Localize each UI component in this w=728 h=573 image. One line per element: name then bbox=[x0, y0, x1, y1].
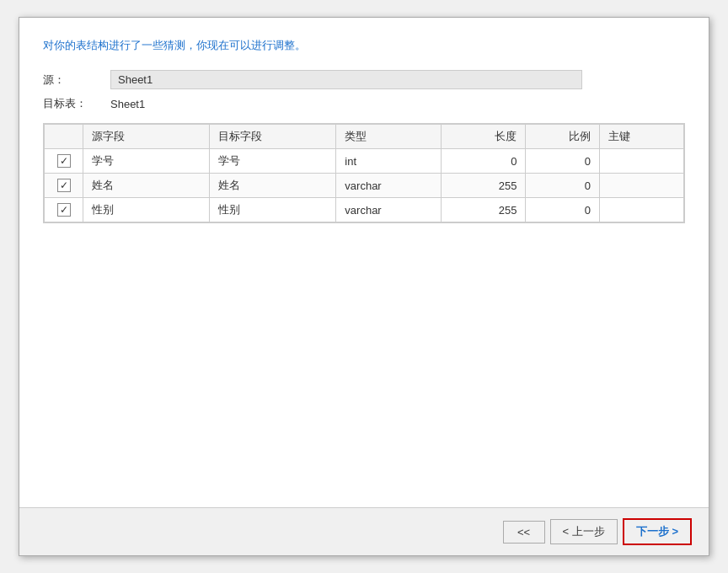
row-scale: 0 bbox=[526, 198, 600, 222]
row-length: 255 bbox=[442, 174, 526, 198]
target-value: Sheet1 bbox=[110, 98, 145, 110]
source-label: 源： bbox=[43, 72, 110, 88]
hint-text: 对你的表结构进行了一些猜测，你现在可以进行调整。 bbox=[43, 38, 685, 53]
table-row: 性别性别varchar2550 bbox=[45, 198, 684, 222]
table-body: 学号学号int00姓名姓名varchar2550性别性别varchar2550 bbox=[45, 149, 684, 222]
row-pk bbox=[599, 198, 683, 222]
header-dst-field: 目标字段 bbox=[210, 125, 336, 149]
row-type: varchar bbox=[336, 198, 442, 222]
row-src-field: 性别 bbox=[83, 198, 210, 222]
table-row: 学号学号int00 bbox=[45, 149, 684, 174]
row-dst-field: 姓名 bbox=[210, 174, 336, 198]
row-checkbox-cell[interactable] bbox=[45, 149, 83, 174]
checkbox-icon[interactable] bbox=[57, 154, 71, 168]
row-src-field: 姓名 bbox=[83, 174, 210, 198]
row-type: varchar bbox=[336, 174, 442, 198]
back-back-button[interactable]: << bbox=[503, 521, 545, 544]
next-button[interactable]: 下一步 > bbox=[623, 518, 692, 545]
row-dst-field: 性别 bbox=[210, 198, 336, 222]
row-checkbox-cell[interactable] bbox=[45, 198, 83, 222]
row-type: int bbox=[336, 149, 442, 174]
header-pk: 主键 bbox=[599, 125, 683, 149]
table-row: 姓名姓名varchar2550 bbox=[45, 174, 684, 198]
row-scale: 0 bbox=[526, 149, 600, 174]
row-pk bbox=[599, 174, 683, 198]
dialog-content: 对你的表结构进行了一些猜测，你现在可以进行调整。 源： Sheet1 目标表： … bbox=[19, 18, 709, 507]
target-row: 目标表： Sheet1 bbox=[43, 96, 685, 111]
row-length: 255 bbox=[442, 198, 526, 222]
header-checkbox bbox=[45, 125, 83, 149]
row-checkbox-cell[interactable] bbox=[45, 174, 83, 198]
header-length: 长度 bbox=[442, 125, 526, 149]
target-label: 目标表： bbox=[43, 96, 110, 111]
field-table: 源字段 目标字段 类型 长度 比例 主键 学号学号int00姓名姓名varcha… bbox=[44, 124, 684, 222]
back-button[interactable]: < 上一步 bbox=[550, 519, 618, 544]
main-dialog: 对你的表结构进行了一些猜测，你现在可以进行调整。 源： Sheet1 目标表： … bbox=[19, 17, 709, 556]
field-table-wrapper: 源字段 目标字段 类型 长度 比例 主键 学号学号int00姓名姓名varcha… bbox=[43, 123, 685, 223]
row-src-field: 学号 bbox=[83, 149, 210, 174]
checkbox-icon[interactable] bbox=[57, 203, 71, 217]
table-header-row: 源字段 目标字段 类型 长度 比例 主键 bbox=[45, 125, 684, 149]
source-row: 源： Sheet1 bbox=[43, 70, 685, 89]
row-pk bbox=[599, 149, 683, 174]
row-length: 0 bbox=[442, 149, 526, 174]
source-value: Sheet1 bbox=[110, 70, 582, 89]
checkbox-icon[interactable] bbox=[57, 179, 71, 192]
header-type: 类型 bbox=[336, 125, 442, 149]
header-scale: 比例 bbox=[526, 125, 600, 149]
dialog-footer: << < 上一步 下一步 > bbox=[19, 507, 709, 555]
row-dst-field: 学号 bbox=[210, 149, 336, 174]
header-src-field: 源字段 bbox=[83, 125, 210, 149]
row-scale: 0 bbox=[526, 174, 600, 198]
